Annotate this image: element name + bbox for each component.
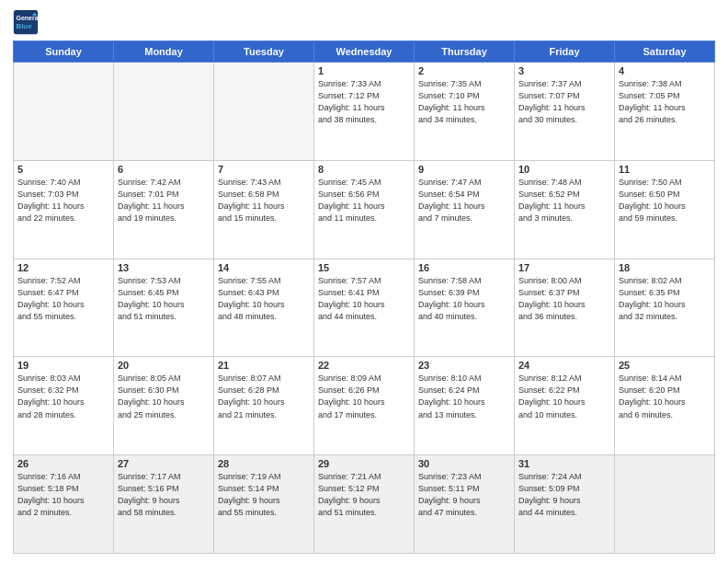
calendar-cell: 9Sunrise: 7:47 AM Sunset: 6:54 PM Daylig…	[415, 160, 515, 259]
day-info: Sunrise: 8:07 AM Sunset: 6:28 PM Dayligh…	[218, 373, 310, 420]
day-info: Sunrise: 8:00 AM Sunset: 6:37 PM Dayligh…	[518, 275, 610, 323]
calendar-cell: 2Sunrise: 7:35 AM Sunset: 7:10 PM Daylig…	[415, 63, 515, 161]
day-info: Sunrise: 7:24 AM Sunset: 5:09 PM Dayligh…	[518, 471, 610, 519]
weekday-header-thursday: Thursday	[415, 41, 515, 63]
calendar-cell	[114, 63, 214, 161]
day-number: 1	[318, 65, 410, 76]
calendar-cell: 10Sunrise: 7:48 AM Sunset: 6:52 PM Dayli…	[515, 160, 615, 259]
calendar-cell: 1Sunrise: 7:33 AM Sunset: 7:12 PM Daylig…	[314, 63, 415, 161]
calendar-cell: 13Sunrise: 7:53 AM Sunset: 6:45 PM Dayli…	[114, 259, 214, 357]
calendar-cell: 6Sunrise: 7:42 AM Sunset: 7:01 PM Daylig…	[114, 160, 214, 259]
day-number: 27	[118, 458, 210, 469]
day-number: 25	[619, 360, 711, 371]
weekday-header-saturday: Saturday	[615, 41, 715, 63]
day-number: 14	[218, 262, 310, 273]
day-info: Sunrise: 7:43 AM Sunset: 6:58 PM Dayligh…	[218, 177, 310, 224]
calendar-cell: 27Sunrise: 7:17 AM Sunset: 5:16 PM Dayli…	[114, 455, 214, 554]
weekday-header-wednesday: Wednesday	[314, 41, 415, 63]
day-number: 9	[418, 164, 510, 175]
day-info: Sunrise: 7:58 AM Sunset: 6:39 PM Dayligh…	[418, 275, 510, 323]
day-number: 12	[17, 262, 109, 273]
calendar-cell: 11Sunrise: 7:50 AM Sunset: 6:50 PM Dayli…	[615, 160, 715, 259]
day-info: Sunrise: 7:23 AM Sunset: 5:11 PM Dayligh…	[418, 471, 510, 519]
calendar-cell: 19Sunrise: 8:03 AM Sunset: 6:32 PM Dayli…	[14, 357, 114, 455]
day-number: 8	[318, 164, 410, 175]
week-row-3: 12Sunrise: 7:52 AM Sunset: 6:47 PM Dayli…	[14, 259, 715, 357]
calendar-cell: 15Sunrise: 7:57 AM Sunset: 6:41 PM Dayli…	[314, 259, 415, 357]
calendar-cell: 29Sunrise: 7:21 AM Sunset: 5:12 PM Dayli…	[314, 455, 415, 554]
day-info: Sunrise: 7:37 AM Sunset: 7:07 PM Dayligh…	[518, 78, 610, 126]
calendar-cell	[615, 455, 715, 554]
day-info: Sunrise: 7:33 AM Sunset: 7:12 PM Dayligh…	[318, 78, 410, 126]
weekday-header-row: SundayMondayTuesdayWednesdayThursdayFrid…	[14, 41, 715, 63]
day-info: Sunrise: 7:53 AM Sunset: 6:45 PM Dayligh…	[118, 275, 210, 323]
day-number: 10	[518, 164, 610, 175]
day-number: 3	[518, 65, 610, 76]
calendar-cell: 28Sunrise: 7:19 AM Sunset: 5:14 PM Dayli…	[214, 455, 314, 554]
day-number: 13	[118, 262, 210, 273]
calendar-table: SundayMondayTuesdayWednesdayThursdayFrid…	[13, 40, 715, 554]
calendar-cell: 22Sunrise: 8:09 AM Sunset: 6:26 PM Dayli…	[314, 357, 415, 455]
calendar-cell: 21Sunrise: 8:07 AM Sunset: 6:28 PM Dayli…	[214, 357, 314, 455]
svg-text:General: General	[17, 15, 40, 21]
calendar-cell: 4Sunrise: 7:38 AM Sunset: 7:05 PM Daylig…	[615, 63, 715, 161]
calendar-cell: 23Sunrise: 8:10 AM Sunset: 6:24 PM Dayli…	[415, 357, 515, 455]
day-info: Sunrise: 7:42 AM Sunset: 7:01 PM Dayligh…	[118, 177, 210, 224]
calendar-cell: 7Sunrise: 7:43 AM Sunset: 6:58 PM Daylig…	[214, 160, 314, 259]
day-info: Sunrise: 7:50 AM Sunset: 6:50 PM Dayligh…	[619, 177, 711, 224]
calendar-cell: 30Sunrise: 7:23 AM Sunset: 5:11 PM Dayli…	[415, 455, 515, 554]
day-info: Sunrise: 7:48 AM Sunset: 6:52 PM Dayligh…	[518, 177, 610, 224]
day-number: 23	[418, 360, 510, 371]
calendar-cell	[214, 63, 314, 161]
day-info: Sunrise: 7:45 AM Sunset: 6:56 PM Dayligh…	[318, 177, 410, 224]
day-info: Sunrise: 7:40 AM Sunset: 7:03 PM Dayligh…	[17, 177, 109, 224]
day-number: 4	[619, 65, 711, 76]
calendar-cell: 20Sunrise: 8:05 AM Sunset: 6:30 PM Dayli…	[114, 357, 214, 455]
day-info: Sunrise: 7:47 AM Sunset: 6:54 PM Dayligh…	[418, 177, 510, 224]
calendar-cell: 25Sunrise: 8:14 AM Sunset: 6:20 PM Dayli…	[615, 357, 715, 455]
day-number: 5	[17, 164, 109, 175]
day-info: Sunrise: 7:19 AM Sunset: 5:14 PM Dayligh…	[218, 471, 310, 519]
calendar-cell: 14Sunrise: 7:55 AM Sunset: 6:43 PM Dayli…	[214, 259, 314, 357]
page: General Blue SundayMondayTuesdayWednesda…	[0, 0, 728, 563]
day-number: 31	[518, 458, 610, 469]
day-info: Sunrise: 7:38 AM Sunset: 7:05 PM Dayligh…	[619, 78, 711, 126]
day-info: Sunrise: 7:55 AM Sunset: 6:43 PM Dayligh…	[218, 275, 310, 323]
day-info: Sunrise: 8:12 AM Sunset: 6:22 PM Dayligh…	[518, 373, 610, 420]
week-row-2: 5Sunrise: 7:40 AM Sunset: 7:03 PM Daylig…	[14, 160, 715, 259]
day-number: 28	[218, 458, 310, 469]
weekday-header-sunday: Sunday	[14, 41, 114, 63]
day-info: Sunrise: 7:21 AM Sunset: 5:12 PM Dayligh…	[318, 471, 410, 519]
calendar-cell: 5Sunrise: 7:40 AM Sunset: 7:03 PM Daylig…	[14, 160, 114, 259]
calendar-cell: 24Sunrise: 8:12 AM Sunset: 6:22 PM Dayli…	[515, 357, 615, 455]
calendar-cell	[14, 63, 114, 161]
day-number: 11	[619, 164, 711, 175]
calendar-cell: 26Sunrise: 7:16 AM Sunset: 5:18 PM Dayli…	[14, 455, 114, 554]
day-number: 16	[418, 262, 510, 273]
calendar-cell: 12Sunrise: 7:52 AM Sunset: 6:47 PM Dayli…	[14, 259, 114, 357]
header: General Blue	[13, 9, 715, 35]
day-number: 18	[619, 262, 711, 273]
day-info: Sunrise: 7:16 AM Sunset: 5:18 PM Dayligh…	[17, 471, 109, 519]
day-number: 7	[218, 164, 310, 175]
day-info: Sunrise: 8:09 AM Sunset: 6:26 PM Dayligh…	[318, 373, 410, 420]
day-number: 26	[17, 458, 109, 469]
week-row-5: 26Sunrise: 7:16 AM Sunset: 5:18 PM Dayli…	[14, 455, 715, 554]
logo: General Blue	[13, 9, 42, 35]
calendar-cell: 18Sunrise: 8:02 AM Sunset: 6:35 PM Dayli…	[615, 259, 715, 357]
week-row-1: 1Sunrise: 7:33 AM Sunset: 7:12 PM Daylig…	[14, 63, 715, 161]
weekday-header-tuesday: Tuesday	[214, 41, 314, 63]
day-info: Sunrise: 7:57 AM Sunset: 6:41 PM Dayligh…	[318, 275, 410, 323]
weekday-header-monday: Monday	[114, 41, 214, 63]
weekday-header-friday: Friday	[515, 41, 615, 63]
day-info: Sunrise: 7:52 AM Sunset: 6:47 PM Dayligh…	[17, 275, 109, 323]
day-number: 24	[518, 360, 610, 371]
day-info: Sunrise: 8:02 AM Sunset: 6:35 PM Dayligh…	[619, 275, 711, 323]
day-number: 29	[318, 458, 410, 469]
svg-text:Blue: Blue	[17, 22, 33, 30]
calendar-cell: 16Sunrise: 7:58 AM Sunset: 6:39 PM Dayli…	[415, 259, 515, 357]
day-info: Sunrise: 8:14 AM Sunset: 6:20 PM Dayligh…	[619, 373, 711, 420]
calendar-cell: 3Sunrise: 7:37 AM Sunset: 7:07 PM Daylig…	[515, 63, 615, 161]
day-number: 20	[118, 360, 210, 371]
day-number: 17	[518, 262, 610, 273]
